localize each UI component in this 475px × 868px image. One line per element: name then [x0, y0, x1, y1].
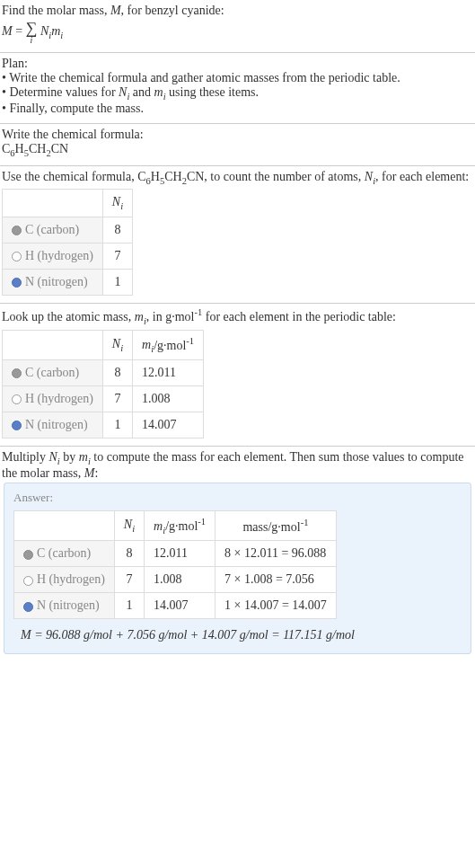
bullet-icon: [12, 368, 22, 378]
final-answer: M = 96.088 g/mol + 7.056 g/mol + 14.007 …: [13, 628, 462, 642]
table-row: N (nitrogen) 1 14.007: [3, 412, 204, 438]
count-text: Use the chemical formula, C6H5CH2CN, to …: [2, 170, 473, 186]
table-row: H (hydrogen) 7 1.008 7 × 1.008 = 7.056: [14, 567, 337, 593]
col-mass: mass/g·mol-1: [216, 510, 337, 540]
plan-heading: Plan:: [2, 57, 473, 71]
bullet-icon: [12, 421, 22, 430]
table-row: C (carbon) 8 12.011 8 × 12.011 = 96.088: [14, 541, 337, 567]
bullet-icon: [12, 278, 22, 288]
count-table: Ni C (carbon) 8 H (hydrogen) 7 N (nitrog…: [2, 189, 133, 296]
plan-bullet-2: • Determine values for Ni and mi using t…: [2, 85, 473, 102]
bullet-icon: [23, 550, 33, 560]
bullet-icon: [23, 602, 33, 612]
answer-box: Answer: Ni mi/g·mol-1 mass/g·mol-1 C (ca…: [4, 483, 471, 654]
chemical-formula: C6H5CH2CN: [2, 142, 473, 158]
intro-equation: M = ∑i Nimi: [2, 20, 473, 45]
lookup-section: Look up the atomic mass, mi, in g·mol-1 …: [0, 304, 475, 446]
count-section: Use the chemical formula, C6H5CH2CN, to …: [0, 166, 475, 304]
bullet-icon: [12, 394, 22, 404]
multiply-section: Multiply Ni by mi to compute the mass fo…: [0, 447, 475, 663]
table-row: N (nitrogen) 1 14.007 1 × 14.007 = 14.00…: [14, 593, 337, 619]
lookup-text: Look up the atomic mass, mi, in g·mol-1 …: [2, 307, 473, 325]
col-ni: Ni: [102, 330, 132, 359]
multiply-text: Multiply Ni by mi to compute the mass fo…: [2, 450, 473, 481]
table-row: C (carbon) 8: [3, 217, 133, 244]
sigma-icon: ∑i: [26, 20, 38, 45]
bullet-icon: [12, 226, 22, 235]
col-mi: mi/g·mol-1: [145, 510, 216, 540]
plan-section: Plan: • Write the chemical formula and g…: [0, 53, 475, 123]
table-row: H (hydrogen) 7 1.008: [3, 386, 204, 412]
table-row: N (nitrogen) 1: [3, 270, 133, 296]
bullet-icon: [12, 252, 22, 261]
table-row: C (carbon) 8 12.011: [3, 360, 204, 386]
answer-table: Ni mi/g·mol-1 mass/g·mol-1 C (carbon) 8 …: [13, 510, 337, 619]
formula-heading: Write the chemical formula:: [2, 128, 473, 142]
lookup-table: Ni mi/g·mol-1 C (carbon) 8 12.011 H (hyd…: [2, 330, 204, 438]
table-row: H (hydrogen) 7: [3, 244, 133, 270]
col-ni: Ni: [102, 190, 132, 217]
col-mi: mi/g·mol-1: [133, 330, 204, 359]
answer-label: Answer:: [13, 491, 462, 505]
intro-section: Find the molar mass, M, for benzyl cyani…: [0, 0, 475, 52]
formula-section: Write the chemical formula: C6H5CH2CN: [0, 124, 475, 165]
bullet-icon: [23, 576, 33, 586]
plan-bullet-3: • Finally, compute the mass.: [2, 102, 473, 116]
col-ni: Ni: [114, 510, 144, 540]
plan-bullet-1: • Write the chemical formula and gather …: [2, 71, 473, 85]
intro-text: Find the molar mass, M, for benzyl cyani…: [2, 4, 473, 18]
